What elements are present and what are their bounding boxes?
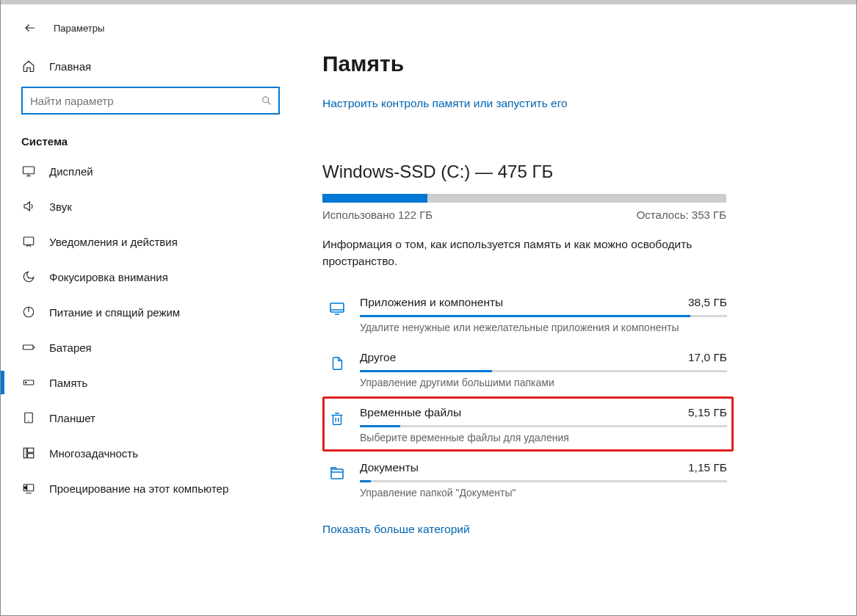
- svg-rect-9: [28, 448, 34, 452]
- search-box[interactable]: [21, 87, 280, 115]
- category-bar-fill: [360, 370, 492, 372]
- home-icon: [21, 59, 36, 73]
- category-body: Приложения и компоненты38,5 ГБУдалите не…: [360, 296, 727, 333]
- svg-rect-2: [23, 237, 34, 245]
- sidebar: Параметры Главная Система ДисплейЗвукУве…: [1, 4, 294, 615]
- apps-icon: [328, 297, 347, 319]
- drive-used-label: Использовано 122 ГБ: [322, 209, 433, 221]
- multitask-icon: [21, 446, 36, 460]
- tablet-icon: [21, 410, 36, 425]
- category-label: Документы: [360, 461, 419, 474]
- header-row: Параметры: [1, 16, 294, 48]
- category-bar-fill: [360, 480, 371, 482]
- content-area: Память Настроить контроль памяти или зап…: [294, 4, 856, 615]
- category-value: 5,15 ГБ: [688, 406, 727, 419]
- category-label: Приложения и компоненты: [360, 296, 503, 309]
- category-item-trash[interactable]: Временные файлы5,15 ГБВыберите временные…: [322, 396, 734, 452]
- search-input[interactable]: [30, 95, 261, 107]
- svg-rect-12: [330, 303, 344, 312]
- display-icon: [21, 164, 36, 178]
- back-button[interactable]: [23, 21, 37, 35]
- sidebar-item-label: Батарея: [49, 341, 92, 354]
- sidebar-item-battery[interactable]: Батарея: [1, 330, 294, 365]
- category-hint: Управление папкой "Документы": [360, 487, 727, 499]
- category-hint: Управление другими большими папками: [360, 377, 727, 388]
- sidebar-item-label: Питание и спящий режим: [49, 306, 180, 319]
- category-item-folder[interactable]: Другое17,0 ГБУправление другими большими…: [322, 341, 734, 396]
- drive-remaining-label: Осталось: 353 ГБ: [637, 209, 726, 221]
- sidebar-item-multitask[interactable]: Многозадачность: [1, 435, 294, 471]
- category-bar-fill: [360, 425, 400, 427]
- settings-window: Параметры Главная Система ДисплейЗвукУве…: [0, 0, 857, 616]
- sidebar-item-tablet[interactable]: Планшет: [1, 400, 294, 435]
- search-icon: [261, 95, 272, 106]
- category-bar: [360, 480, 727, 482]
- category-head: Другое17,0 ГБ: [360, 351, 727, 364]
- category-item-docs[interactable]: Документы1,15 ГБУправление папкой "Докум…: [322, 452, 734, 507]
- sidebar-item-label: Главная: [49, 60, 91, 73]
- docs-icon: [328, 463, 347, 485]
- category-body: Временные файлы5,15 ГБВыберите временные…: [360, 406, 727, 443]
- sidebar-item-label: Планшет: [49, 412, 95, 424]
- category-bar: [360, 315, 727, 317]
- app-title: Параметры: [54, 23, 104, 34]
- sidebar-item-storage[interactable]: Память: [1, 365, 294, 400]
- category-item-apps[interactable]: Приложения и компоненты38,5 ГБУдалите не…: [322, 286, 734, 341]
- drive-usage-row: Использовано 122 ГБ Осталось: 353 ГБ: [322, 209, 726, 221]
- category-label: Временные файлы: [360, 406, 461, 419]
- category-body: Документы1,15 ГБУправление папкой "Докум…: [360, 461, 727, 499]
- svg-rect-4: [23, 345, 34, 349]
- sound-icon: [21, 199, 36, 214]
- focus-icon: [21, 269, 36, 284]
- category-bar: [360, 370, 727, 372]
- project-icon: [21, 481, 36, 496]
- svg-rect-10: [28, 454, 34, 458]
- drive-title: Windows-SSD (C:) — 475 ГБ: [322, 162, 827, 182]
- sidebar-item-label: Фокусировка внимания: [49, 271, 168, 283]
- storage-sense-link[interactable]: Настроить контроль памяти или запустить …: [322, 97, 568, 110]
- sidebar-item-label: Многозадачность: [49, 447, 138, 460]
- category-value: 1,15 ГБ: [688, 461, 727, 474]
- svg-rect-13: [331, 469, 343, 479]
- category-hint: Удалите ненужные или нежелательные прило…: [360, 322, 727, 333]
- sidebar-item-project[interactable]: Проецирование на этот компьютер: [1, 471, 294, 506]
- category-bar-fill: [360, 315, 690, 317]
- sidebar-item-home[interactable]: Главная: [1, 48, 294, 84]
- storage-description: Информация о том, как используется памят…: [322, 236, 734, 270]
- category-value: 17,0 ГБ: [688, 351, 727, 364]
- category-value: 38,5 ГБ: [688, 296, 727, 309]
- category-body: Другое17,0 ГБУправление другими большими…: [360, 351, 727, 388]
- svg-rect-1: [23, 167, 35, 174]
- trash-icon: [328, 407, 347, 430]
- storage-icon: [21, 375, 36, 390]
- category-bar: [360, 425, 727, 427]
- sidebar-item-label: Звук: [49, 200, 72, 213]
- category-label: Другое: [360, 351, 396, 364]
- drive-usage-fill: [322, 194, 427, 203]
- page-title: Память: [322, 51, 827, 76]
- sidebar-item-label: Дисплей: [49, 165, 93, 178]
- battery-icon: [21, 340, 36, 355]
- category-hint: Выберите временные файлы для удаления: [360, 432, 727, 443]
- sidebar-group-title: Система: [1, 125, 294, 153]
- sidebar-item-focus[interactable]: Фокусировка внимания: [1, 259, 294, 294]
- svg-rect-8: [23, 448, 26, 458]
- search-wrap: [1, 84, 294, 125]
- category-head: Приложения и компоненты38,5 ГБ: [360, 296, 727, 309]
- drive-usage-bar: [322, 194, 726, 203]
- category-head: Временные файлы5,15 ГБ: [360, 406, 727, 419]
- sidebar-item-notifications[interactable]: Уведомления и действия: [1, 224, 294, 259]
- sidebar-item-label: Уведомления и действия: [49, 236, 178, 248]
- show-more-categories-link[interactable]: Показать больше категорий: [322, 523, 470, 536]
- svg-point-6: [26, 382, 27, 383]
- sidebar-item-display[interactable]: Дисплей: [1, 153, 294, 189]
- sidebar-item-power[interactable]: Питание и спящий режим: [1, 294, 294, 330]
- sidebar-item-label: Проецирование на этот компьютер: [49, 482, 228, 495]
- folder-icon: [328, 352, 347, 374]
- category-list: Приложения и компоненты38,5 ГБУдалите не…: [322, 286, 734, 507]
- svg-point-0: [263, 97, 269, 103]
- notifications-icon: [21, 234, 36, 249]
- sidebar-item-sound[interactable]: Звук: [1, 189, 294, 224]
- category-head: Документы1,15 ГБ: [360, 461, 727, 474]
- power-icon: [21, 305, 36, 319]
